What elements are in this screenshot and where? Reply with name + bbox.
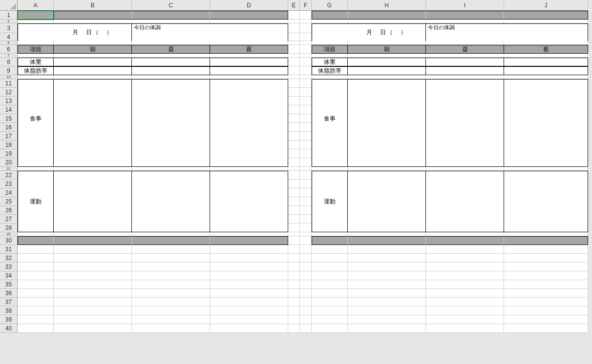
cell-H5[interactable] <box>348 41 426 45</box>
cell-B7[interactable] <box>54 54 132 58</box>
cell-J28[interactable] <box>504 223 588 232</box>
cell-I7[interactable] <box>426 54 504 58</box>
cell-I22[interactable] <box>426 171 504 180</box>
row-header-7[interactable]: 7 <box>0 54 18 58</box>
cell-C36[interactable] <box>132 289 210 298</box>
cell-I39[interactable] <box>426 315 504 324</box>
cell-A2[interactable] <box>18 20 54 23</box>
cell-I28[interactable] <box>426 223 504 232</box>
cell-F12[interactable] <box>300 88 312 97</box>
cell-D36[interactable] <box>210 289 288 298</box>
cell-C15[interactable] <box>132 114 210 123</box>
cell-I35[interactable] <box>426 280 504 289</box>
cell-F9[interactable] <box>300 66 312 75</box>
cell-I1[interactable] <box>426 11 504 20</box>
cell-C3[interactable]: 今日の体調 <box>132 23 210 33</box>
cell-G14[interactable] <box>312 105 348 114</box>
cell-G8[interactable]: 体重 <box>312 58 348 66</box>
cell-D30[interactable] <box>210 236 288 245</box>
cell-F14[interactable] <box>300 105 312 114</box>
cell-B2[interactable] <box>54 20 132 23</box>
cell-H33[interactable] <box>348 263 426 271</box>
cell-B16[interactable] <box>54 123 132 132</box>
cell-H29[interactable] <box>348 232 426 236</box>
cell-D13[interactable] <box>210 97 288 105</box>
cell-E2[interactable] <box>288 20 300 23</box>
row-header-30[interactable]: 30 <box>0 236 18 245</box>
cell-G9[interactable]: 体脂肪率 <box>312 66 348 75</box>
cell-F23[interactable] <box>300 180 312 188</box>
cell-B3[interactable]: 月 日（ ） <box>54 23 132 41</box>
cell-B25[interactable] <box>54 197 132 206</box>
cell-E8[interactable] <box>288 58 300 66</box>
cell-D20[interactable] <box>210 158 288 167</box>
cell-C28[interactable] <box>132 223 210 232</box>
cell-E21[interactable] <box>288 167 300 171</box>
cell-F21[interactable] <box>300 167 312 171</box>
cell-J22[interactable] <box>504 171 588 180</box>
cell-F37[interactable] <box>300 298 312 306</box>
cell-D3[interactable] <box>210 23 288 33</box>
cell-C34[interactable] <box>132 271 210 280</box>
cell-C35[interactable] <box>132 280 210 289</box>
cell-D40[interactable] <box>210 324 288 333</box>
row-header-3[interactable]: 3 <box>0 23 18 33</box>
cell-A22[interactable] <box>18 171 54 180</box>
cell-F8[interactable] <box>300 58 312 66</box>
cell-G10[interactable] <box>312 75 348 79</box>
cell-J31[interactable] <box>504 245 588 254</box>
cell-D24[interactable] <box>210 188 288 197</box>
cell-D11[interactable] <box>210 79 288 88</box>
cell-J15[interactable] <box>504 114 588 123</box>
cell-B6[interactable]: 朝 <box>54 45 132 54</box>
cell-I30[interactable] <box>426 236 504 245</box>
cell-A16[interactable] <box>18 123 54 132</box>
cell-E11[interactable] <box>288 79 300 88</box>
cell-I25[interactable] <box>426 197 504 206</box>
cell-G28[interactable] <box>312 223 348 232</box>
cell-H32[interactable] <box>348 254 426 263</box>
row-header-11[interactable]: 11 <box>0 79 18 88</box>
row-header-29[interactable]: 29 <box>0 232 18 236</box>
cell-B30[interactable] <box>54 236 132 245</box>
row-header-9[interactable]: 9 <box>0 66 18 75</box>
cell-J24[interactable] <box>504 188 588 197</box>
cell-G22[interactable] <box>312 171 348 180</box>
cell-G32[interactable] <box>312 254 348 263</box>
cell-F6[interactable] <box>300 45 312 54</box>
cell-H6[interactable]: 朝 <box>348 45 426 54</box>
row-header-1[interactable]: 1 <box>0 11 18 20</box>
cell-G40[interactable] <box>312 324 348 333</box>
cell-H30[interactable] <box>348 236 426 245</box>
cell-H26[interactable] <box>348 206 426 215</box>
row-header-25[interactable]: 25 <box>0 197 18 206</box>
cell-E7[interactable] <box>288 54 300 58</box>
cell-B36[interactable] <box>54 289 132 298</box>
cell-H38[interactable] <box>348 306 426 315</box>
cell-G36[interactable] <box>312 289 348 298</box>
cell-I2[interactable] <box>426 20 504 23</box>
cell-I17[interactable] <box>426 132 504 141</box>
cell-H31[interactable] <box>348 245 426 254</box>
cell-F3[interactable] <box>300 23 312 33</box>
cell-C27[interactable] <box>132 215 210 223</box>
row-header-10[interactable]: 10 <box>0 75 18 79</box>
cell-E5[interactable] <box>288 41 300 45</box>
row-header-6[interactable]: 6 <box>0 45 18 54</box>
cell-C12[interactable] <box>132 88 210 97</box>
cell-H2[interactable] <box>348 20 426 23</box>
cell-H40[interactable] <box>348 324 426 333</box>
cell-E29[interactable] <box>288 232 300 236</box>
cell-H16[interactable] <box>348 123 426 132</box>
cell-B14[interactable] <box>54 105 132 114</box>
grid[interactable]: 月 日（ ）今日の体調月 日（ ）今日の体調項目朝昼夜項目朝昼夜体重体重体脂肪率… <box>18 11 588 333</box>
cell-G21[interactable] <box>312 167 348 171</box>
cell-E23[interactable] <box>288 180 300 188</box>
cell-C21[interactable] <box>132 167 210 171</box>
col-header-F[interactable]: F <box>300 0 312 11</box>
cell-F16[interactable] <box>300 123 312 132</box>
cell-I6[interactable]: 昼 <box>426 45 504 54</box>
cell-E1[interactable] <box>288 11 300 20</box>
cell-H34[interactable] <box>348 271 426 280</box>
cell-J33[interactable] <box>504 263 588 271</box>
